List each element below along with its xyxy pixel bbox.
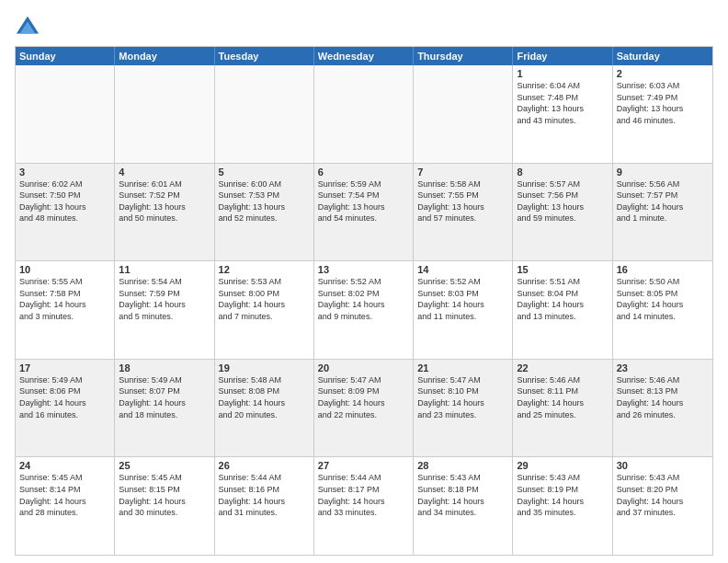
empty-cell — [314, 65, 414, 163]
day-info: Sunrise: 5:46 AM Sunset: 8:11 PM Dayligh… — [517, 374, 608, 420]
calendar-row-2: 3Sunrise: 6:02 AM Sunset: 7:50 PM Daylig… — [16, 163, 712, 261]
day-cell-26: 26Sunrise: 5:44 AM Sunset: 8:16 PM Dayli… — [215, 457, 314, 555]
day-number: 24 — [19, 460, 110, 471]
day-cell-29: 29Sunrise: 5:43 AM Sunset: 8:19 PM Dayli… — [513, 457, 612, 555]
day-info: Sunrise: 5:43 AM Sunset: 8:20 PM Dayligh… — [617, 472, 709, 518]
logo-icon — [15, 15, 40, 40]
header-day-friday: Friday — [513, 47, 612, 65]
day-info: Sunrise: 5:49 AM Sunset: 8:06 PM Dayligh… — [19, 374, 110, 420]
day-cell-1: 1Sunrise: 6:04 AM Sunset: 7:48 PM Daylig… — [513, 65, 612, 163]
day-number: 17 — [19, 362, 110, 373]
day-info: Sunrise: 5:47 AM Sunset: 8:10 PM Dayligh… — [417, 374, 508, 420]
calendar-row-5: 24Sunrise: 5:45 AM Sunset: 8:14 PM Dayli… — [16, 456, 712, 555]
day-number: 29 — [517, 460, 608, 471]
day-cell-5: 5Sunrise: 6:00 AM Sunset: 7:53 PM Daylig… — [215, 164, 314, 261]
day-cell-18: 18Sunrise: 5:49 AM Sunset: 8:07 PM Dayli… — [115, 360, 214, 457]
calendar-row-1: 1Sunrise: 6:04 AM Sunset: 7:48 PM Daylig… — [16, 65, 712, 163]
day-cell-30: 30Sunrise: 5:43 AM Sunset: 8:20 PM Dayli… — [613, 457, 712, 555]
header — [15, 11, 713, 40]
day-info: Sunrise: 5:44 AM Sunset: 8:16 PM Dayligh… — [219, 472, 310, 518]
day-number: 25 — [119, 460, 210, 471]
day-cell-3: 3Sunrise: 6:02 AM Sunset: 7:50 PM Daylig… — [16, 164, 115, 261]
day-cell-17: 17Sunrise: 5:49 AM Sunset: 8:06 PM Dayli… — [16, 360, 115, 457]
header-day-saturday: Saturday — [613, 47, 712, 65]
day-cell-27: 27Sunrise: 5:44 AM Sunset: 8:17 PM Dayli… — [314, 457, 414, 555]
day-cell-19: 19Sunrise: 5:48 AM Sunset: 8:08 PM Dayli… — [215, 360, 314, 457]
day-number: 27 — [318, 460, 409, 471]
day-number: 6 — [318, 167, 409, 178]
header-day-sunday: Sunday — [16, 47, 115, 65]
empty-cell — [16, 65, 115, 163]
day-cell-28: 28Sunrise: 5:43 AM Sunset: 8:18 PM Dayli… — [414, 457, 513, 555]
day-info: Sunrise: 5:54 AM Sunset: 7:59 PM Dayligh… — [119, 276, 210, 322]
day-number: 11 — [119, 264, 210, 275]
day-number: 7 — [417, 167, 508, 178]
day-info: Sunrise: 5:44 AM Sunset: 8:17 PM Dayligh… — [318, 472, 409, 518]
day-number: 20 — [318, 362, 409, 373]
day-number: 13 — [318, 264, 409, 275]
day-info: Sunrise: 5:50 AM Sunset: 8:05 PM Dayligh… — [617, 276, 709, 322]
day-info: Sunrise: 6:01 AM Sunset: 7:52 PM Dayligh… — [119, 178, 210, 224]
day-cell-8: 8Sunrise: 5:57 AM Sunset: 7:56 PM Daylig… — [513, 164, 612, 261]
day-info: Sunrise: 6:03 AM Sunset: 7:49 PM Dayligh… — [617, 80, 709, 126]
day-cell-4: 4Sunrise: 6:01 AM Sunset: 7:52 PM Daylig… — [115, 164, 214, 261]
day-cell-14: 14Sunrise: 5:52 AM Sunset: 8:03 PM Dayli… — [414, 261, 513, 359]
day-cell-9: 9Sunrise: 5:56 AM Sunset: 7:57 PM Daylig… — [613, 164, 712, 261]
day-cell-12: 12Sunrise: 5:53 AM Sunset: 8:00 PM Dayli… — [215, 261, 314, 359]
calendar-header: SundayMondayTuesdayWednesdayThursdayFrid… — [16, 47, 712, 65]
day-info: Sunrise: 5:47 AM Sunset: 8:09 PM Dayligh… — [318, 374, 409, 420]
day-cell-16: 16Sunrise: 5:50 AM Sunset: 8:05 PM Dayli… — [613, 261, 712, 359]
day-info: Sunrise: 6:00 AM Sunset: 7:53 PM Dayligh… — [219, 178, 310, 224]
day-number: 9 — [617, 167, 709, 178]
day-number: 12 — [219, 264, 310, 275]
day-number: 28 — [417, 460, 508, 471]
day-number: 14 — [417, 264, 508, 275]
day-cell-23: 23Sunrise: 5:46 AM Sunset: 8:13 PM Dayli… — [613, 360, 712, 457]
header-day-thursday: Thursday — [414, 47, 513, 65]
day-info: Sunrise: 5:51 AM Sunset: 8:04 PM Dayligh… — [517, 276, 608, 322]
header-day-monday: Monday — [115, 47, 214, 65]
day-info: Sunrise: 5:59 AM Sunset: 7:54 PM Dayligh… — [318, 178, 409, 224]
calendar-row-4: 17Sunrise: 5:49 AM Sunset: 8:06 PM Dayli… — [16, 359, 712, 457]
day-info: Sunrise: 5:57 AM Sunset: 7:56 PM Dayligh… — [517, 178, 608, 224]
day-info: Sunrise: 6:04 AM Sunset: 7:48 PM Dayligh… — [517, 80, 608, 126]
day-cell-25: 25Sunrise: 5:45 AM Sunset: 8:15 PM Dayli… — [115, 457, 214, 555]
day-cell-7: 7Sunrise: 5:58 AM Sunset: 7:55 PM Daylig… — [414, 164, 513, 261]
empty-cell — [215, 65, 314, 163]
day-number: 19 — [219, 362, 310, 373]
day-info: Sunrise: 5:43 AM Sunset: 8:18 PM Dayligh… — [417, 472, 508, 518]
day-number: 3 — [19, 167, 110, 178]
day-cell-15: 15Sunrise: 5:51 AM Sunset: 8:04 PM Dayli… — [513, 261, 612, 359]
day-info: Sunrise: 5:56 AM Sunset: 7:57 PM Dayligh… — [617, 178, 709, 224]
day-number: 1 — [517, 68, 608, 79]
day-info: Sunrise: 5:49 AM Sunset: 8:07 PM Dayligh… — [119, 374, 210, 420]
calendar-row-3: 10Sunrise: 5:55 AM Sunset: 7:58 PM Dayli… — [16, 260, 712, 359]
day-cell-10: 10Sunrise: 5:55 AM Sunset: 7:58 PM Dayli… — [16, 261, 115, 359]
empty-cell — [414, 65, 513, 163]
day-info: Sunrise: 5:52 AM Sunset: 8:03 PM Dayligh… — [417, 276, 508, 322]
header-day-wednesday: Wednesday — [314, 47, 414, 65]
day-number: 22 — [517, 362, 608, 373]
page: SundayMondayTuesdayWednesdayThursdayFrid… — [0, 0, 728, 563]
day-number: 30 — [617, 460, 709, 471]
day-number: 23 — [617, 362, 709, 373]
day-info: Sunrise: 5:58 AM Sunset: 7:55 PM Dayligh… — [417, 178, 508, 224]
day-number: 5 — [219, 167, 310, 178]
day-cell-6: 6Sunrise: 5:59 AM Sunset: 7:54 PM Daylig… — [314, 164, 414, 261]
calendar-body: 1Sunrise: 6:04 AM Sunset: 7:48 PM Daylig… — [16, 65, 712, 555]
header-day-tuesday: Tuesday — [215, 47, 314, 65]
day-cell-20: 20Sunrise: 5:47 AM Sunset: 8:09 PM Dayli… — [314, 360, 414, 457]
day-cell-24: 24Sunrise: 5:45 AM Sunset: 8:14 PM Dayli… — [16, 457, 115, 555]
day-number: 15 — [517, 264, 608, 275]
day-info: Sunrise: 5:46 AM Sunset: 8:13 PM Dayligh… — [617, 374, 709, 420]
day-info: Sunrise: 5:48 AM Sunset: 8:08 PM Dayligh… — [219, 374, 310, 420]
empty-cell — [115, 65, 214, 163]
day-cell-13: 13Sunrise: 5:52 AM Sunset: 8:02 PM Dayli… — [314, 261, 414, 359]
day-number: 4 — [119, 167, 210, 178]
day-info: Sunrise: 5:45 AM Sunset: 8:14 PM Dayligh… — [19, 472, 110, 518]
day-info: Sunrise: 5:45 AM Sunset: 8:15 PM Dayligh… — [119, 472, 210, 518]
day-cell-22: 22Sunrise: 5:46 AM Sunset: 8:11 PM Dayli… — [513, 360, 612, 457]
day-number: 26 — [219, 460, 310, 471]
day-info: Sunrise: 5:53 AM Sunset: 8:00 PM Dayligh… — [219, 276, 310, 322]
day-number: 2 — [617, 68, 709, 79]
